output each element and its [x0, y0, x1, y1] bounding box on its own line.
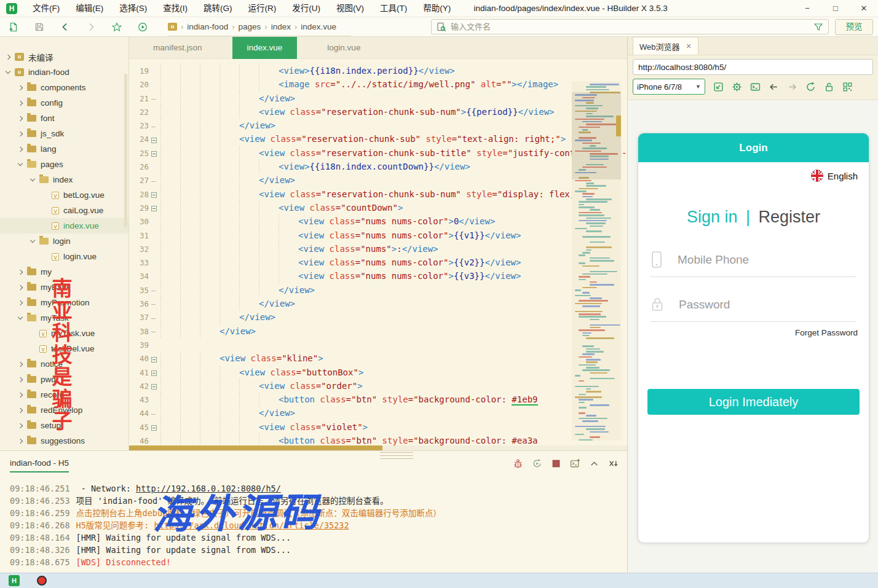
sidebar-item-record[interactable]: record: [0, 387, 129, 402]
chevron-right-icon[interactable]: [18, 438, 23, 443]
code-line-44[interactable]: 44</view>: [129, 406, 627, 420]
bookmark-star-icon[interactable]: [112, 22, 122, 32]
line-number[interactable]: 44: [129, 407, 149, 420]
back-icon[interactable]: [60, 22, 70, 32]
line-number[interactable]: 27: [129, 174, 149, 187]
sign-in-tab[interactable]: Sign in: [687, 208, 738, 226]
chevron-down-icon[interactable]: [18, 161, 23, 166]
debug-bug-icon[interactable]: [513, 458, 523, 471]
search-input[interactable]: [451, 22, 813, 31]
menu-item-7[interactable]: 视图(V): [328, 0, 372, 17]
tab-close-icon[interactable]: ✕: [686, 42, 692, 50]
line-number[interactable]: 30: [129, 215, 149, 229]
code-line-45[interactable]: 45<view class="violet">: [129, 420, 627, 434]
breadcrumb-item-indian-food[interactable]: indian-food: [187, 22, 228, 31]
sidebar-item-js_sdk[interactable]: js_sdk: [0, 126, 129, 141]
code-line-33[interactable]: 33<view class="nums nums-color">{{v2}}</…: [129, 256, 627, 269]
chevron-right-icon[interactable]: [18, 131, 23, 136]
code-line-20[interactable]: 20<image src="../../static/img/well.png"…: [129, 77, 627, 91]
editor-tab-index-vue[interactable]: index.vue: [232, 37, 298, 59]
chevron-right-icon[interactable]: [18, 407, 23, 412]
code-line-34[interactable]: 34<view class="nums nums-color">{{v3}}</…: [129, 269, 627, 283]
chevron-right-icon[interactable]: [18, 146, 23, 151]
device-select[interactable]: iPhone 6/7/8 ▼: [633, 79, 705, 95]
taskbar-hbuilder-icon[interactable]: H: [9, 575, 20, 586]
chevron-right-icon[interactable]: [18, 423, 23, 428]
code-line-42[interactable]: 42<view class="order">: [129, 379, 627, 393]
line-number[interactable]: 34: [129, 270, 149, 283]
settings-gear-icon[interactable]: [732, 82, 742, 92]
lock-icon[interactable]: [824, 82, 834, 92]
new-console-icon[interactable]: [570, 458, 580, 471]
code-line-43[interactable]: 43<button class="btn" style="background-…: [129, 393, 627, 406]
password-field[interactable]: Password: [651, 296, 856, 314]
minimap[interactable]: [572, 81, 621, 441]
register-tab[interactable]: Register: [759, 208, 821, 226]
sidebar-item-未编译[interactable]: u未编译: [0, 49, 129, 65]
sidebar-item-setup[interactable]: setup: [0, 418, 129, 433]
browser-forward-icon[interactable]: [787, 82, 797, 92]
code-line-22[interactable]: 22<view class="reservation-chunk-sub-num…: [129, 105, 627, 119]
chevron-right-icon[interactable]: [18, 392, 23, 397]
close-button[interactable]: ✕: [850, 0, 878, 17]
console-icon[interactable]: [750, 82, 761, 92]
new-file-icon[interactable]: [9, 22, 18, 32]
sidebar-item-index[interactable]: index: [0, 172, 129, 187]
mobile-phone-field[interactable]: Mobile Phone: [651, 251, 856, 269]
browser-back-icon[interactable]: [769, 82, 779, 92]
maximize-button[interactable]: □: [821, 0, 850, 17]
menu-item-1[interactable]: 编辑(E): [68, 0, 111, 17]
sidebar-item-betLog-vue[interactable]: VbetLog.vue: [0, 187, 129, 203]
sidebar-item-caiLog-vue[interactable]: VcaiLog.vue: [0, 203, 129, 218]
code-line-23[interactable]: 23</view>: [129, 119, 627, 132]
open-external-icon[interactable]: [713, 82, 724, 92]
save-icon[interactable]: [34, 22, 44, 32]
preview-button[interactable]: 预览: [835, 19, 873, 35]
sidebar-item-login-vue[interactable]: Vlogin.vue: [0, 249, 129, 264]
line-number[interactable]: 31: [129, 229, 149, 243]
sidebar-item-myPromotion[interactable]: myPromotion: [0, 295, 129, 310]
code-line-32[interactable]: 32<view class="nums">:</view>: [129, 242, 627, 256]
sidebar-item-notice[interactable]: notice: [0, 356, 129, 372]
chevron-down-icon[interactable]: [18, 315, 23, 319]
code-line-29[interactable]: 29<view class="countDown">: [129, 201, 627, 214]
line-number[interactable]: 41: [129, 366, 149, 380]
sidebar-item-suggestions[interactable]: suggestions: [0, 433, 129, 449]
chevron-right-icon[interactable]: [18, 377, 23, 382]
line-number[interactable]: 29: [129, 202, 149, 215]
horizontal-scrollbar-track[interactable]: [129, 445, 627, 450]
menu-item-4[interactable]: 跳转(G): [196, 0, 240, 17]
run-icon[interactable]: [138, 22, 148, 32]
fold-collapse-icon[interactable]: [151, 425, 157, 431]
url-input[interactable]: [633, 59, 873, 75]
menu-item-2[interactable]: 选择(S): [111, 0, 155, 17]
sidebar-item-config[interactable]: config: [0, 95, 129, 111]
code-line-37[interactable]: 37</view>: [129, 310, 627, 324]
breadcrumb-item-index[interactable]: index: [271, 22, 291, 31]
chevron-right-icon[interactable]: [6, 54, 10, 59]
sidebar-scrollbar[interactable]: [124, 74, 127, 227]
code-line-30[interactable]: 30<view class="nums nums-color">0</view>: [129, 214, 627, 228]
sidebar-item-lang[interactable]: lang: [0, 141, 129, 157]
breadcrumb-item-pages[interactable]: pages: [239, 22, 261, 31]
chevron-down-icon[interactable]: [6, 69, 10, 74]
clear-console-icon[interactable]: [608, 458, 619, 471]
fold-collapse-icon[interactable]: [151, 138, 157, 143]
editor-tab-login-vue[interactable]: login.vue: [312, 37, 375, 59]
line-number[interactable]: 20: [129, 78, 149, 92]
line-number[interactable]: 38: [129, 325, 149, 339]
language-label[interactable]: English: [828, 171, 858, 181]
language-switch[interactable]: English: [638, 168, 858, 183]
chevron-down-icon[interactable]: [30, 238, 35, 243]
line-number[interactable]: 32: [129, 243, 149, 256]
taskbar-record-icon[interactable]: [37, 576, 47, 586]
sidebar-item-taskDel-vue[interactable]: VtaskDel.vue: [0, 341, 129, 356]
line-number[interactable]: 25: [129, 147, 149, 160]
collapse-panel-icon[interactable]: [589, 458, 599, 471]
sidebar-item-components[interactable]: components: [0, 80, 129, 95]
line-number[interactable]: 45: [129, 421, 149, 434]
code-line-38[interactable]: 38</view>: [129, 324, 627, 338]
sidebar-item-redEnvelop[interactable]: redEnvelop: [0, 402, 129, 418]
line-number[interactable]: 21: [129, 92, 149, 106]
code-line-35[interactable]: 35</view>: [129, 283, 627, 297]
